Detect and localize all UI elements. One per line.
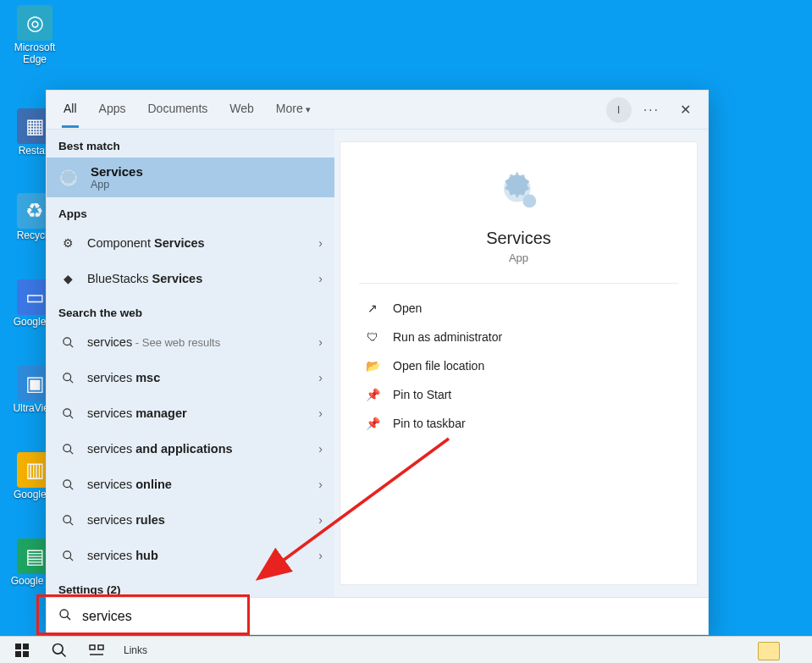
task-view-button[interactable] [78, 637, 115, 664]
action-icon: 📂 [364, 359, 381, 373]
chevron-right-icon: › [318, 236, 323, 250]
more-options-button[interactable]: ··· [640, 99, 663, 121]
svg-point-24 [53, 644, 64, 654]
svg-point-9 [63, 479, 70, 487]
desktop-icon[interactable]: ◎Microsoft Edge [3, 5, 66, 66]
preview-action-open-file-location[interactable]: 📂Open file location [349, 351, 688, 380]
preview-action-open[interactable]: ↗Open [349, 294, 688, 323]
tab-apps[interactable]: Apps [97, 91, 128, 128]
preview-actions: ↗Open🛡Run as administrator📂Open file loc… [340, 290, 697, 441]
svg-point-7 [63, 444, 70, 451]
close-button[interactable]: ✕ [671, 97, 699, 123]
chevron-right-icon: › [318, 513, 323, 527]
search-scope-tabs: AllAppsDocumentsWebMore [55, 91, 312, 128]
chevron-right-icon: › [318, 406, 323, 420]
chevron-right-icon: › [318, 478, 323, 491]
tab-documents[interactable]: Documents [146, 91, 209, 128]
action-icon: ↗ [364, 301, 381, 315]
web-result-item[interactable]: services hub› [47, 538, 334, 573]
search-icon [58, 475, 77, 494]
web-result-item[interactable]: services - See web results› [47, 324, 334, 360]
chevron-right-icon: › [318, 335, 323, 349]
preview-app-icon [340, 164, 697, 217]
web-result-item[interactable]: services msc› [47, 360, 334, 395]
taskbar: Links [0, 636, 812, 663]
svg-rect-23 [23, 651, 29, 657]
chevron-right-icon: › [318, 371, 323, 384]
svg-point-3 [63, 373, 70, 380]
svg-line-8 [69, 450, 73, 454]
svg-line-12 [69, 522, 73, 525]
web-result-item[interactable]: services rules› [47, 502, 334, 538]
svg-line-25 [62, 652, 66, 656]
svg-point-1 [63, 337, 70, 345]
search-web-header: Search the web [47, 296, 334, 324]
tab-all[interactable]: All [62, 91, 79, 128]
best-match-header: Best match [47, 130, 334, 157]
chevron-right-icon: › [318, 442, 323, 456]
app-icon: ◆ [58, 269, 77, 288]
apps-header: Apps [47, 197, 334, 225]
search-input[interactable] [82, 609, 696, 624]
preview-action-pin-to-start[interactable]: 📌Pin to Start [349, 380, 688, 409]
svg-rect-21 [23, 644, 29, 649]
services-icon [57, 166, 80, 190]
svg-rect-26 [90, 645, 95, 649]
search-icon [58, 404, 77, 423]
action-icon: 🛡 [364, 330, 381, 344]
svg-rect-27 [98, 645, 103, 649]
svg-point-17 [60, 610, 68, 617]
search-icon [58, 511, 77, 529]
user-avatar[interactable]: I [606, 97, 632, 123]
preview-title: Services [340, 229, 697, 248]
search-icon [58, 368, 77, 387]
taskbar-search-button[interactable] [41, 637, 78, 664]
preview-action-run-as-administrator[interactable]: 🛡Run as administrator [349, 323, 688, 351]
svg-line-4 [69, 379, 73, 383]
search-icon [58, 439, 77, 458]
svg-rect-20 [15, 644, 21, 649]
svg-line-10 [69, 486, 73, 489]
svg-rect-22 [15, 651, 21, 657]
svg-point-13 [63, 550, 70, 558]
svg-point-11 [63, 515, 70, 522]
tab-web[interactable]: Web [228, 91, 256, 128]
tab-more[interactable]: More [274, 91, 312, 128]
panel-header: AllAppsDocumentsWebMore I ··· ✕ [47, 91, 708, 130]
chevron-right-icon: › [318, 549, 323, 562]
svg-point-5 [63, 408, 70, 416]
preview-pane: Services App ↗Open🛡Run as administrator📂… [334, 130, 708, 597]
search-icon [58, 333, 77, 351]
file-explorer-taskbar-icon[interactable] [758, 642, 780, 660]
search-icon [58, 608, 72, 624]
svg-line-14 [69, 557, 73, 561]
search-bar [47, 597, 708, 634]
app-icon: ⚙ [58, 234, 77, 252]
preview-subtitle: App [340, 251, 697, 264]
svg-point-16 [522, 195, 536, 208]
app-result-item[interactable]: ⚙Component Services› [47, 225, 334, 261]
settings-header: Settings (2) [47, 573, 334, 597]
action-icon: 📌 [364, 417, 381, 430]
search-icon [58, 546, 77, 565]
start-button[interactable] [3, 637, 41, 664]
action-icon: 📌 [364, 388, 381, 401]
app-result-item[interactable]: ◆BlueStacks Services› [47, 261, 334, 296]
web-result-item[interactable]: services and applications› [47, 431, 334, 467]
svg-line-18 [67, 616, 70, 620]
links-toolbar-label[interactable]: Links [115, 644, 156, 656]
preview-action-pin-to-taskbar[interactable]: 📌Pin to taskbar [349, 409, 688, 438]
svg-line-6 [69, 415, 73, 418]
results-list: Best match Services App Apps ⚙Component … [47, 130, 334, 597]
best-match-subtitle: App [91, 179, 143, 191]
best-match-title: Services [91, 164, 143, 179]
chevron-right-icon: › [318, 272, 323, 285]
best-match-item[interactable]: Services App [47, 157, 334, 197]
web-result-item[interactable]: services online› [47, 467, 334, 502]
web-result-item[interactable]: services manager› [47, 395, 334, 431]
start-search-panel: AllAppsDocumentsWebMore I ··· ✕ Best mat… [46, 90, 709, 635]
svg-line-2 [69, 344, 73, 347]
